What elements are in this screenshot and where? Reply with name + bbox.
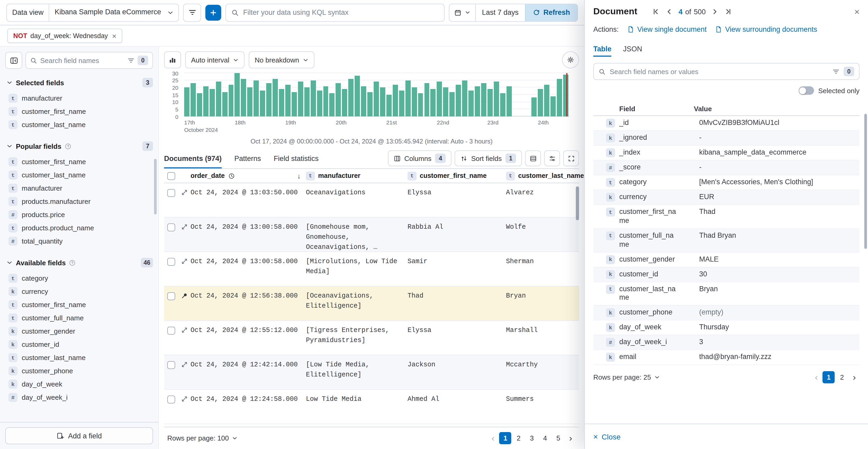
field-item[interactable]: tcategory <box>6 272 153 285</box>
chart-options-button[interactable] <box>562 51 579 68</box>
sort-fields-button[interactable]: Sort fields 1 <box>455 150 522 166</box>
expand-document-button[interactable] <box>181 258 188 265</box>
kql-search-input[interactable]: Filter your data using KQL syntax <box>226 3 444 22</box>
date-picker-button[interactable] <box>449 4 475 21</box>
field-item[interactable]: kcustomer_id <box>6 338 153 351</box>
expand-document-button[interactable] <box>181 361 188 368</box>
flyout-scrollbar[interactable] <box>864 114 867 249</box>
field-item[interactable]: #total_quantity <box>6 235 153 248</box>
field-item[interactable]: tcustomer_last_name <box>6 118 153 131</box>
field-item[interactable]: tcustomer_first_name <box>6 105 153 118</box>
interval-select[interactable]: Auto interval <box>185 51 245 68</box>
field-item[interactable]: tcustomer_full_name <box>6 311 153 325</box>
doc-field-cell[interactable]: k_index <box>593 148 694 157</box>
filter-icon-button[interactable] <box>183 3 202 22</box>
field-group-header[interactable]: Available fields?46 <box>6 256 153 269</box>
expand-document-button[interactable] <box>181 189 188 196</box>
expand-document-button[interactable] <box>181 395 188 402</box>
pagination-page-3[interactable]: 3 <box>526 432 538 444</box>
checkbox[interactable] <box>167 172 175 180</box>
expand-document-button[interactable] <box>181 223 188 230</box>
field-item[interactable]: #products.price <box>6 208 153 221</box>
time-range-button[interactable]: Last 7 days <box>475 4 525 21</box>
grid-settings-button[interactable] <box>544 150 560 166</box>
grid-scrollbar[interactable] <box>576 186 579 220</box>
field-group-header[interactable]: Popular fields?7 <box>6 140 153 152</box>
field-item[interactable]: tproducts.product_name <box>6 221 153 235</box>
data-view-picker[interactable]: Data view Kibana Sample Data eCommerce <box>6 3 179 22</box>
doc-field-cell[interactable]: kcurrency <box>593 193 694 202</box>
doc-field-cell[interactable]: k_id <box>593 119 694 128</box>
field-item[interactable]: tproducts.manufacturer <box>6 195 153 208</box>
field-search-input[interactable]: Search field names 0 <box>25 52 153 69</box>
field-item[interactable]: kcurrency <box>6 285 153 298</box>
row-checkbox[interactable] <box>167 361 175 369</box>
pagination-page-4[interactable]: 4 <box>539 432 551 444</box>
row-density-button[interactable] <box>525 150 541 166</box>
row-checkbox[interactable] <box>167 223 175 231</box>
tab-patterns[interactable]: Patterns <box>235 148 261 169</box>
pinned-document-icon[interactable] <box>181 292 188 299</box>
view-surrounding-documents-link[interactable]: View surrounding documents <box>715 25 817 33</box>
field-item[interactable]: tcustomer_last_name <box>6 169 153 182</box>
pagination-previous-button[interactable]: ‹ <box>811 373 822 382</box>
doc-field-cell[interactable]: tcustomer_first_name <box>593 208 694 226</box>
tab-json[interactable]: JSON <box>623 41 642 57</box>
field-group-header[interactable]: Selected fields3 <box>6 76 153 89</box>
field-item[interactable]: kday_of_week <box>6 378 153 391</box>
sort-descending-icon[interactable]: ↓ <box>297 172 301 180</box>
row-checkbox[interactable] <box>167 189 175 197</box>
doc-field-cell[interactable]: tcustomer_last_name <box>593 285 694 303</box>
doc-field-cell[interactable]: kcustomer_phone <box>593 308 694 318</box>
doc-rows-per-page-button[interactable]: Rows per page: 25 <box>593 373 660 382</box>
row-checkbox[interactable] <box>167 327 175 335</box>
field-item[interactable]: tcustomer_first_name <box>6 298 153 311</box>
row-checkbox[interactable] <box>167 258 175 266</box>
field-item[interactable]: tmanufacturer <box>6 92 153 105</box>
field-item[interactable]: kcustomer_phone <box>6 364 153 378</box>
pagination-page-1[interactable]: 1 <box>823 371 835 384</box>
next-document-button[interactable] <box>712 8 719 16</box>
add-field-button[interactable]: Add a field <box>5 427 153 444</box>
tab-table[interactable]: Table <box>593 41 612 57</box>
collapse-sidebar-button[interactable] <box>5 52 22 69</box>
column-header-customer-last-name[interactable]: t customer_last_name <box>506 171 579 180</box>
columns-button[interactable]: Columns 4 <box>388 150 452 166</box>
pagination-page-2[interactable]: 2 <box>836 371 848 384</box>
expand-document-button[interactable] <box>181 327 188 334</box>
pagination-page-5[interactable]: 5 <box>552 432 564 444</box>
doc-field-cell[interactable]: kcustomer_gender <box>593 255 694 264</box>
doc-field-cell[interactable]: kday_of_week <box>593 323 694 332</box>
sidebar-scrollbar[interactable] <box>154 159 157 214</box>
last-document-button[interactable] <box>725 8 732 16</box>
refresh-button[interactable]: Refresh <box>525 4 578 21</box>
column-header-order-date[interactable]: order_date ↓ <box>190 172 306 180</box>
doc-field-cell[interactable]: #_score <box>593 163 694 172</box>
row-checkbox[interactable] <box>167 292 175 300</box>
field-item[interactable]: tmanufacturer <box>6 182 153 195</box>
rows-per-page-button[interactable]: Rows per page: 100 <box>167 434 238 442</box>
remove-filter-icon[interactable]: × <box>112 32 117 39</box>
field-item[interactable]: kcustomer_gender <box>6 325 153 338</box>
column-header-manufacturer[interactable]: t manufacturer <box>306 171 407 180</box>
doc-field-cell[interactable]: #day_of_week_i <box>593 338 694 347</box>
pagination-page-1[interactable]: 1 <box>499 432 512 444</box>
row-checkbox[interactable] <box>167 395 175 403</box>
breakdown-select[interactable]: No breakdown <box>249 51 315 68</box>
first-document-button[interactable] <box>652 8 659 16</box>
close-flyout-icon[interactable]: × <box>854 7 860 16</box>
doc-field-cell[interactable]: kcustomer_id <box>593 270 694 279</box>
field-item[interactable]: #day_of_week_i <box>6 391 153 404</box>
doc-field-cell[interactable]: tcustomer_full_name <box>593 231 694 249</box>
doc-field-cell[interactable]: kemail <box>593 353 694 362</box>
chart-visibility-button[interactable] <box>164 51 181 68</box>
tab-field-statistics[interactable]: Field statistics <box>274 148 319 169</box>
fullscreen-button[interactable] <box>563 150 579 166</box>
pagination-next-button[interactable]: › <box>565 433 576 443</box>
selected-only-toggle[interactable] <box>799 86 814 95</box>
tab-documents[interactable]: Documents (974) <box>164 148 222 169</box>
field-item[interactable]: tcustomer_last_name <box>6 351 153 364</box>
previous-document-button[interactable] <box>665 8 673 16</box>
doc-field-cell[interactable]: k_ignored <box>593 133 694 143</box>
doc-field-search-input[interactable]: Search field names or values 0 <box>593 63 860 80</box>
